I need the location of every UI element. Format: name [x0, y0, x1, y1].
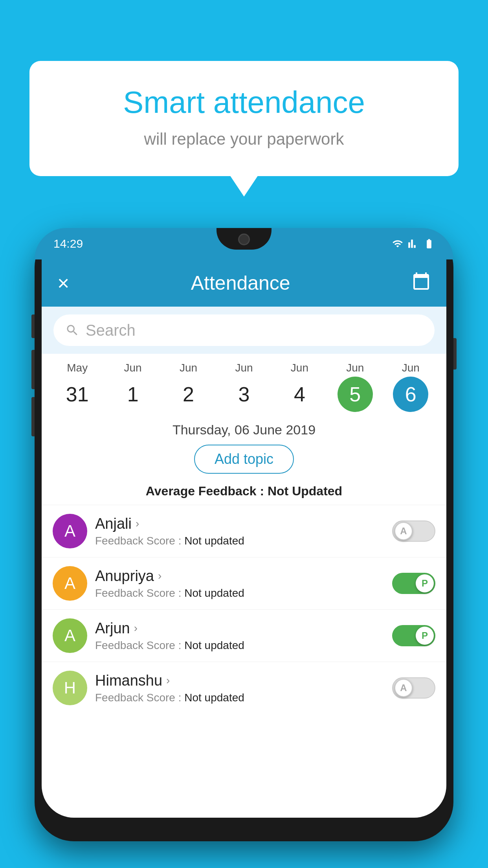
calendar-icon[interactable] [412, 272, 431, 294]
app-title: Attendance [191, 272, 290, 294]
toggle-knob: P [416, 574, 434, 592]
speech-bubble: Smart attendance will replace your paper… [29, 61, 459, 176]
student-info: Anupriya ›Feedback Score : Not updated [95, 568, 384, 600]
date-col[interactable]: Jun3 [216, 362, 272, 412]
toggle-knob: A [394, 679, 413, 697]
student-item[interactable]: AAnjali ›Feedback Score : Not updatedA [42, 505, 446, 557]
toggle-knob: A [394, 522, 413, 540]
student-name: Arjun › [95, 620, 384, 637]
date-number[interactable]: 1 [115, 377, 150, 412]
date-col[interactable]: May31 [50, 362, 105, 412]
date-col[interactable]: Jun2 [161, 362, 216, 412]
app-screen: × Attendance Search May31J [42, 259, 446, 818]
feedback-score: Feedback Score : Not updated [95, 587, 384, 600]
date-month: Jun [161, 362, 216, 374]
selected-date-text: Thursday, 06 June 2019 [50, 422, 438, 438]
student-item[interactable]: AArjun ›Feedback Score : Not updatedP [42, 609, 446, 662]
date-number[interactable]: 5 [338, 377, 373, 412]
avatar: A [53, 618, 87, 653]
date-col[interactable]: Jun1 [105, 362, 160, 412]
chevron-icon: › [136, 517, 139, 530]
date-col[interactable]: Jun5 [327, 362, 383, 412]
power-button [453, 338, 457, 370]
search-bar[interactable]: Search [53, 314, 435, 346]
avg-feedback-value: Not Updated [268, 484, 342, 498]
date-number[interactable]: 6 [393, 377, 428, 412]
date-number[interactable]: 31 [60, 377, 95, 412]
date-number[interactable]: 2 [171, 377, 206, 412]
search-placeholder: Search [86, 322, 136, 339]
feedback-score: Feedback Score : Not updated [95, 691, 384, 704]
feedback-score: Feedback Score : Not updated [95, 639, 384, 652]
speech-bubble-container: Smart attendance will replace your paper… [29, 61, 459, 176]
speech-bubble-title: Smart attendance [49, 85, 439, 120]
avg-feedback: Average Feedback : Not Updated [42, 478, 446, 505]
search-bar-container: Search [42, 307, 446, 354]
student-name: Himanshu › [95, 672, 384, 689]
toggle-switch[interactable]: P [392, 573, 435, 594]
student-name: Anupriya › [95, 568, 384, 585]
date-col[interactable]: Jun4 [272, 362, 327, 412]
date-number[interactable]: 4 [282, 377, 317, 412]
date-number[interactable]: 3 [226, 377, 262, 412]
chevron-icon: › [158, 570, 161, 582]
wifi-icon [392, 238, 403, 249]
toggle-knob: P [416, 627, 434, 645]
search-icon [65, 323, 79, 337]
signal-icon [408, 238, 419, 249]
chevron-icon: › [166, 674, 170, 687]
student-name: Anjali › [95, 515, 384, 532]
student-item[interactable]: AAnupriya ›Feedback Score : Not updatedP [42, 557, 446, 609]
feedback-score: Feedback Score : Not updated [95, 535, 384, 547]
date-month: May [50, 362, 105, 374]
student-list: AAnjali ›Feedback Score : Not updatedAAA… [42, 505, 446, 714]
student-item[interactable]: HHimanshu ›Feedback Score : Not updatedA [42, 662, 446, 714]
chevron-icon: › [134, 622, 138, 634]
toggle-switch[interactable]: A [392, 677, 435, 699]
attendance-toggle[interactable]: A [392, 520, 435, 542]
add-topic-button[interactable]: Add topic [194, 445, 294, 474]
selected-date-info: Thursday, 06 June 2019 Add topic [42, 412, 446, 478]
status-time: 14:29 [53, 237, 83, 250]
toggle-switch[interactable]: A [392, 520, 435, 542]
date-row: May31Jun1Jun2Jun3Jun4Jun5Jun6 [42, 354, 446, 412]
student-info: Himanshu ›Feedback Score : Not updated [95, 672, 384, 704]
volume-down-button [31, 397, 35, 436]
student-info: Arjun ›Feedback Score : Not updated [95, 620, 384, 652]
phone-wrapper: 14:29 × Attendance [35, 228, 453, 868]
phone: 14:29 × Attendance [35, 228, 453, 841]
date-month: Jun [383, 362, 438, 374]
date-month: Jun [105, 362, 160, 374]
volume-up-button [31, 350, 35, 389]
student-info: Anjali ›Feedback Score : Not updated [95, 515, 384, 547]
app-header: × Attendance [42, 259, 446, 307]
close-button[interactable]: × [57, 273, 69, 293]
attendance-toggle[interactable]: P [392, 573, 435, 594]
front-camera [238, 234, 250, 245]
avatar: H [53, 671, 87, 705]
battery-icon [424, 238, 435, 249]
speech-bubble-subtitle: will replace your paperwork [49, 130, 439, 149]
avg-feedback-label: Average Feedback : [146, 484, 264, 498]
silent-button [31, 314, 35, 338]
toggle-switch[interactable]: P [392, 625, 435, 646]
status-icons [392, 238, 435, 249]
date-col[interactable]: Jun6 [383, 362, 438, 412]
date-month: Jun [216, 362, 272, 374]
attendance-toggle[interactable]: P [392, 625, 435, 646]
date-month: Jun [327, 362, 383, 374]
avatar: A [53, 514, 87, 548]
date-month: Jun [272, 362, 327, 374]
avatar: A [53, 566, 87, 601]
attendance-toggle[interactable]: A [392, 677, 435, 699]
